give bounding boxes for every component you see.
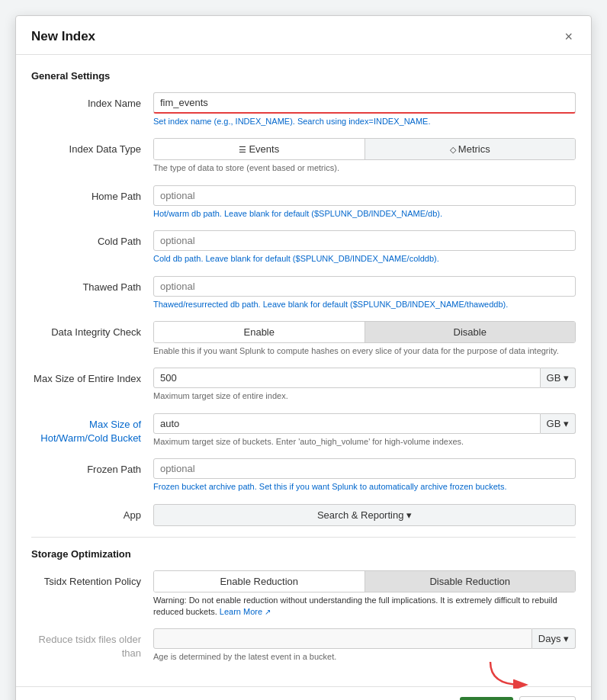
data-integrity-label: Data Integrity Check <box>31 321 153 339</box>
max-size-index-row: Max Size of Entire Index GB ▾ Maximum ta… <box>31 368 576 402</box>
integrity-disable-button[interactable]: Disable <box>365 322 576 342</box>
integrity-enable-button[interactable]: Enable <box>154 322 365 342</box>
reduce-tsidx-label: Reduce tsidx files older than <box>31 628 153 660</box>
frozen-path-hint: Frozen bucket archive path. Set this if … <box>153 481 576 493</box>
cancel-button[interactable]: Cancel <box>519 696 576 700</box>
reduce-tsidx-input-group: Days ▾ <box>153 628 576 649</box>
index-data-type-row: Index Data Type Events Metrics The type … <box>31 138 576 174</box>
disable-reduction-button[interactable]: Disable Reduction <box>365 571 576 592</box>
cold-path-label: Cold Path <box>31 230 153 249</box>
close-button[interactable]: × <box>561 28 576 45</box>
index-name-hint: Set index name (e.g., INDEX_NAME). Searc… <box>153 116 576 127</box>
thawed-path-input[interactable] <box>153 276 576 297</box>
index-data-type-content: Events Metrics The type of data to store… <box>153 138 576 174</box>
index-name-content: Set index name (e.g., INDEX_NAME). Searc… <box>153 92 576 127</box>
thawed-path-row: Thawed Path Thawed/resurrected db path. … <box>31 276 576 310</box>
tsidx-retention-row: Tsidx Retention Policy Enable Reduction … <box>31 570 576 618</box>
frozen-path-input[interactable] <box>153 458 576 479</box>
cold-path-input[interactable] <box>153 230 576 251</box>
external-link-icon <box>262 607 271 616</box>
index-name-label: Index Name <box>31 92 153 111</box>
save-arrow-indicator <box>483 658 528 689</box>
data-integrity-hint: Enable this if you want Splunk to comput… <box>153 345 576 357</box>
learn-more-label: Learn More <box>220 607 262 616</box>
cold-path-row: Cold Path Cold db path. Leave blank for … <box>31 230 576 265</box>
max-size-index-content: GB ▾ Maximum target size of entire index… <box>153 368 576 402</box>
metrics-button[interactable]: Metrics <box>365 139 576 159</box>
data-type-hint: The type of data to store (event based o… <box>153 162 576 174</box>
max-size-bucket-hint: Maximum target size of buckets. Enter 'a… <box>153 436 576 448</box>
index-data-type-label: Index Data Type <box>31 138 153 156</box>
max-size-bucket-input-group: GB ▾ <box>153 413 576 434</box>
app-content: Search & Reporting ▾ <box>153 504 576 526</box>
index-name-row: Index Name Set index name (e.g., INDEX_N… <box>31 92 576 127</box>
modal-header: New Index × <box>16 16 591 55</box>
tsidx-retention-content: Enable Reduction Disable Reduction Warni… <box>153 570 576 618</box>
modal-title: New Index <box>31 29 95 44</box>
events-button[interactable]: Events <box>154 139 365 159</box>
frozen-path-row: Frozen Path Frozen bucket archive path. … <box>31 458 576 493</box>
metrics-icon <box>450 143 458 155</box>
cold-path-hint: Cold db path. Leave blank for default ($… <box>153 253 576 265</box>
tsidx-toggle: Enable Reduction Disable Reduction <box>153 570 576 592</box>
home-path-hint: Hot/warm db path. Leave blank for defaul… <box>153 208 576 220</box>
max-size-bucket-row: Max Size of Hot/Warm/Cold Bucket GB ▾ Ma… <box>31 413 576 448</box>
max-size-index-input[interactable] <box>153 368 541 388</box>
general-settings-title: General Settings <box>31 70 576 82</box>
storage-optimization-title: Storage Optimization <box>31 548 576 560</box>
section-divider <box>31 537 576 538</box>
home-path-row: Home Path Hot/warm db path. Leave blank … <box>31 185 576 220</box>
enable-reduction-button[interactable]: Enable Reduction <box>154 571 365 592</box>
tsidx-warning: Warning: Do not enable reduction without… <box>153 595 576 618</box>
reduce-tsidx-label-line1: Reduce tsidx files older <box>39 634 141 645</box>
max-size-index-hint: Maximum target size of entire index. <box>153 390 576 402</box>
thawed-path-content: Thawed/resurrected db path. Leave blank … <box>153 276 576 310</box>
max-size-bucket-label-line2: Hot/Warm/Cold Bucket <box>40 432 141 444</box>
max-size-index-unit[interactable]: GB ▾ <box>541 368 576 388</box>
reduce-tsidx-label-line2: than <box>122 647 141 659</box>
app-label: App <box>31 504 153 522</box>
home-path-input[interactable] <box>153 185 576 206</box>
cold-path-content: Cold db path. Leave blank for default ($… <box>153 230 576 265</box>
save-button[interactable]: Save <box>460 697 513 700</box>
new-index-modal: New Index × General Settings Index Name … <box>15 15 592 700</box>
home-path-label: Home Path <box>31 185 153 204</box>
max-size-bucket-label-line1: Max Size of <box>89 419 141 430</box>
tsidx-warning-text: Warning: Do not enable reduction without… <box>153 596 557 616</box>
modal-body: General Settings Index Name Set index na… <box>16 55 591 686</box>
max-size-bucket-input[interactable] <box>153 413 541 434</box>
reduce-tsidx-input[interactable] <box>153 628 532 649</box>
frozen-path-content: Frozen bucket archive path. Set this if … <box>153 458 576 493</box>
events-icon <box>239 143 249 155</box>
tsidx-retention-label: Tsidx Retention Policy <box>31 570 153 589</box>
app-row: App Search & Reporting ▾ <box>31 504 576 526</box>
data-integrity-row: Data Integrity Check Enable Disable Enab… <box>31 321 576 357</box>
max-size-bucket-label: Max Size of Hot/Warm/Cold Bucket <box>31 413 153 445</box>
data-integrity-toggle: Enable Disable <box>153 321 576 343</box>
learn-more-link[interactable]: Learn More <box>220 607 271 616</box>
thawed-path-label: Thawed Path <box>31 276 153 294</box>
thawed-path-hint: Thawed/resurrected db path. Leave blank … <box>153 299 576 310</box>
data-integrity-content: Enable Disable Enable this if you want S… <box>153 321 576 357</box>
home-path-content: Hot/warm db path. Leave blank for defaul… <box>153 185 576 220</box>
reduce-tsidx-unit[interactable]: Days ▾ <box>532 628 576 649</box>
index-name-input[interactable] <box>153 92 576 114</box>
metrics-label: Metrics <box>458 143 490 155</box>
modal-footer: Save Cancel <box>16 686 591 700</box>
max-size-bucket-content: GB ▾ Maximum target size of buckets. Ent… <box>153 413 576 448</box>
events-label: Events <box>249 143 279 155</box>
max-size-index-label: Max Size of Entire Index <box>31 368 153 386</box>
max-size-bucket-unit[interactable]: GB ▾ <box>541 413 576 434</box>
data-type-toggle: Events Metrics <box>153 138 576 160</box>
max-size-index-input-group: GB ▾ <box>153 368 576 388</box>
frozen-path-label: Frozen Path <box>31 458 153 477</box>
app-dropdown[interactable]: Search & Reporting ▾ <box>153 504 576 526</box>
